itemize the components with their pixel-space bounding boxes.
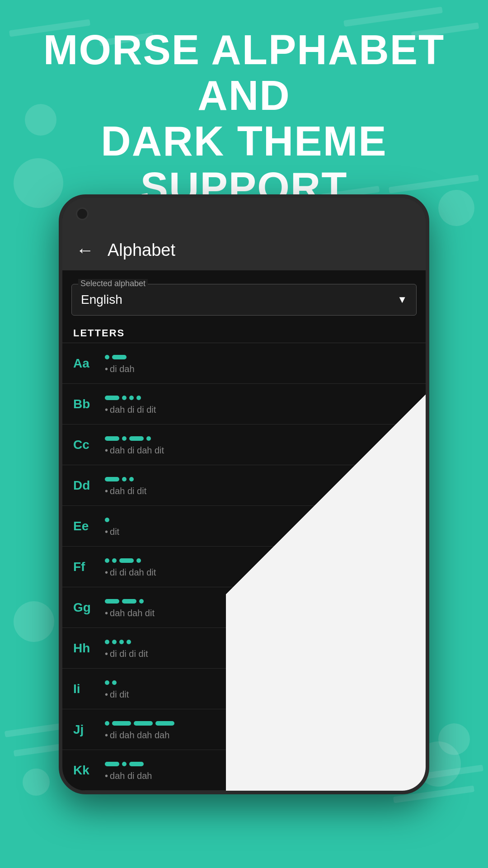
letter-code-bb: Bb [73,397,105,411]
morse-symbols-ee [105,515,119,525]
list-item: Kk •dah di dah [62,750,426,791]
morse-dash [129,436,144,441]
title-line2: AND [18,73,470,118]
morse-symbols-gg [105,596,155,606]
morse-phonetic-ff: •di di dah dit [105,567,156,578]
morse-dash [134,721,153,726]
dropdown-value[interactable]: English ▼ [72,284,416,315]
back-button[interactable]: ← [76,240,94,260]
morse-symbols-hh [105,637,148,647]
morse-info-ee: •dit [105,515,119,537]
letter-code-gg: Gg [73,600,105,615]
dropdown-label: Selected alphabet [78,279,148,288]
morse-info-dd: •dah di dit [105,474,146,496]
morse-phonetic-ii: •di dit [105,689,129,700]
morse-dot [129,396,134,400]
letter-code-ee: Ee [73,519,105,533]
morse-dash [119,558,134,563]
letters-header: LETTERS [62,320,426,343]
app-bar-title: Alphabet [108,241,175,260]
dropdown-selected: English [81,292,122,307]
morse-phonetic-aa: •di dah [105,364,135,374]
morse-dot [112,640,117,644]
morse-dash [105,599,119,604]
morse-info-kk: •dah di dah [105,759,152,781]
morse-dash [155,721,174,726]
morse-info-aa: •di dah [105,352,135,374]
list-item: Ee •dit [62,506,426,547]
morse-info-gg: •dah dah dit [105,596,155,618]
letter-code-dd: Dd [73,478,105,493]
camera-dot [76,208,89,220]
morse-dot [105,680,109,685]
morse-symbols-bb [105,393,156,403]
morse-dash [105,396,119,400]
list-item: Hh •di di di dit [62,628,426,669]
morse-dot [122,396,127,400]
phone-frame: ← Alphabet Selected alphabet English ▼ L… [59,194,429,794]
morse-dot [105,355,109,359]
list-item: Jj •di dah dah dah [62,709,426,750]
morse-symbols-dd [105,474,146,484]
morse-dash [105,436,119,441]
morse-dash [129,762,144,766]
morse-info-bb: •dah di di dit [105,393,156,415]
letter-code-cc: Cc [73,438,105,452]
morse-dot [122,762,127,766]
morse-dash [122,599,136,604]
screen-content: Selected alphabet English ▼ LETTERS Aa •… [62,270,426,791]
list-item: Ff •di di dah dit [62,547,426,587]
dropdown-arrow-icon: ▼ [397,294,407,306]
morse-dash [112,355,127,359]
morse-dot [122,436,127,441]
morse-phonetic-hh: •di di di dit [105,649,148,659]
morse-dash [105,762,119,766]
list-item: Bb •dah di di dit [62,384,426,425]
list-item: Ii •di dit [62,669,426,709]
app-bar: ← Alphabet [62,230,426,270]
morse-dot [146,436,151,441]
morse-symbols-jj [105,718,174,728]
morse-phonetic-dd: •dah di dit [105,486,146,496]
morse-phonetic-kk: •dah di dah [105,771,152,781]
alphabet-dropdown[interactable]: Selected alphabet English ▼ [71,284,417,316]
morse-symbols-ii [105,678,129,688]
morse-dot [136,558,141,563]
morse-symbols-kk [105,759,152,769]
morse-dot [105,721,109,726]
morse-info-jj: •di dah dah dah [105,718,174,741]
morse-info-ff: •di di dah dit [105,556,156,578]
morse-dot [112,558,117,563]
morse-info-cc: •dah di dah dit [105,434,164,456]
list-item: Cc •dah di dah dit [62,425,426,465]
morse-dot [119,640,124,644]
morse-dash [112,721,131,726]
phone-mockup: ← Alphabet Selected alphabet English ▼ L… [59,194,429,794]
letter-code-ff: Ff [73,560,105,574]
morse-info-hh: •di di di dit [105,637,148,659]
morse-symbols-aa [105,352,135,362]
morse-dash [105,477,119,481]
morse-dot [139,599,144,604]
letter-code-ii: Ii [73,682,105,696]
list-item: Aa •di dah [62,343,426,384]
morse-phonetic-cc: •dah di dah dit [105,445,164,456]
morse-phonetic-jj: •di dah dah dah [105,730,174,741]
morse-dot [105,558,109,563]
morse-info-ii: •di dit [105,678,129,700]
morse-dot [127,640,131,644]
phone-top-bar [62,198,426,230]
morse-dot [136,396,141,400]
letter-code-jj: Jj [73,722,105,737]
letter-code-hh: Hh [73,641,105,656]
letter-code-kk: Kk [73,763,105,778]
morse-dot [112,680,117,685]
list-item: Dd •dah di dit [62,465,426,506]
list-item: Gg •dah dah dit [62,587,426,628]
morse-dot [122,477,127,481]
morse-symbols-cc [105,434,164,443]
morse-symbols-ff [105,556,156,566]
morse-phonetic-gg: •dah dah dit [105,608,155,618]
morse-phonetic-bb: •dah di di dit [105,405,156,415]
morse-dot [105,518,109,522]
